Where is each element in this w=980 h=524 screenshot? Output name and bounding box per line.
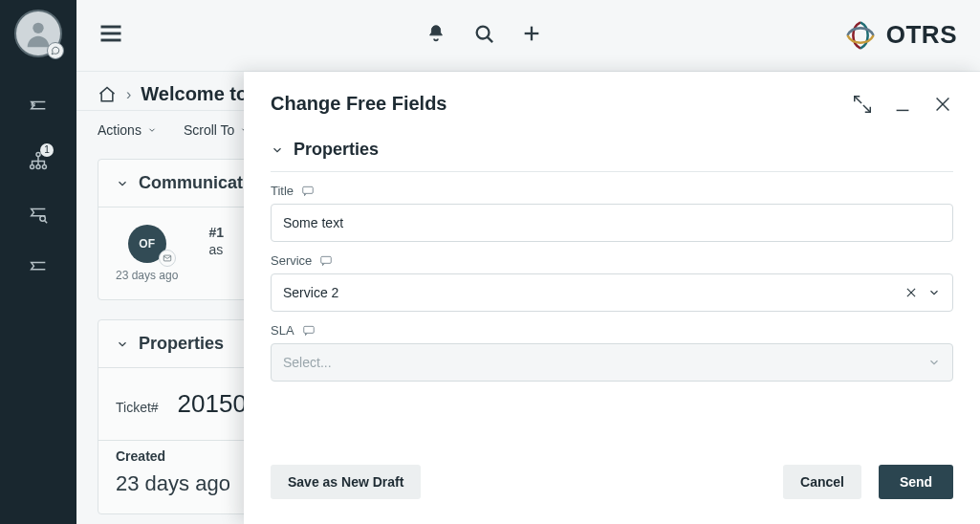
comment-icon[interactable] (302, 324, 316, 338)
sla-select-placeholder: Select... (283, 355, 332, 370)
minimize-icon[interactable] (892, 94, 913, 115)
hamburger-menu-icon[interactable] (98, 20, 124, 51)
sidebar-org-badge: 1 (40, 143, 54, 157)
communication-author-avatar[interactable]: OF (128, 225, 166, 263)
svg-point-4 (42, 164, 46, 168)
clear-icon[interactable] (904, 286, 918, 299)
modal-title: Change Free Fields (271, 93, 447, 115)
chevron-down-icon (147, 125, 157, 135)
scroll-to-dropdown[interactable]: Scroll To (184, 122, 250, 138)
svg-line-10 (489, 37, 493, 42)
ticket-number-label: Ticket# (116, 400, 159, 415)
svg-point-0 (33, 23, 43, 33)
service-select[interactable]: Service 2 (271, 273, 953, 312)
svg-rect-13 (163, 255, 171, 261)
properties-panel-title: Properties (139, 334, 224, 354)
mail-icon (159, 250, 176, 267)
modal-section-title: Properties (294, 140, 379, 160)
svg-rect-21 (303, 326, 314, 333)
topbar: OTRS (76, 0, 980, 72)
service-select-value: Service 2 (283, 285, 338, 300)
left-sidebar: 1 (0, 0, 76, 524)
communication-item-number: #1 (208, 225, 224, 240)
communication-item-line2: as (208, 242, 224, 257)
svg-point-5 (40, 216, 46, 222)
chevron-down-icon (116, 338, 129, 351)
brand-logo: OTRS (844, 19, 957, 52)
save-draft-button[interactable]: Save as New Draft (271, 465, 421, 499)
service-field-label: Service (271, 253, 312, 268)
chevron-down-icon[interactable] (927, 356, 941, 369)
sidebar-org-icon[interactable]: 1 (19, 142, 57, 180)
notifications-icon[interactable] (425, 23, 446, 48)
brand-name: OTRS (886, 20, 957, 50)
actions-label: Actions (98, 122, 142, 138)
svg-rect-17 (303, 186, 314, 193)
expand-icon[interactable] (852, 94, 873, 115)
user-avatar[interactable] (14, 10, 62, 57)
svg-rect-18 (321, 256, 332, 263)
communication-panel-title: Communicatio (139, 173, 258, 193)
search-icon[interactable] (473, 23, 494, 48)
sla-select[interactable]: Select... (271, 343, 953, 382)
title-input-field[interactable] (283, 215, 941, 230)
chevron-down-icon (116, 177, 129, 190)
close-icon[interactable] (932, 94, 953, 115)
chevron-down-icon (271, 143, 284, 157)
svg-point-1 (36, 153, 40, 157)
comment-icon[interactable] (319, 254, 333, 268)
scroll-to-label: Scroll To (184, 122, 234, 138)
svg-point-9 (477, 26, 490, 38)
avatar-initials: OF (139, 237, 155, 251)
title-input[interactable] (271, 204, 953, 242)
svg-point-3 (36, 164, 40, 168)
sidebar-tag-icon[interactable] (19, 249, 57, 287)
brand-mark-icon (844, 19, 877, 52)
change-free-fields-modal: Change Free Fields Properties Title Serv… (244, 72, 980, 524)
avatar-chat-badge-icon (47, 42, 64, 59)
sla-field-label: SLA (271, 323, 294, 338)
communication-age: 23 days ago (116, 269, 178, 282)
cancel-button[interactable]: Cancel (783, 465, 861, 499)
sidebar-favorite-icon[interactable] (19, 88, 57, 126)
actions-dropdown[interactable]: Actions (98, 122, 157, 138)
breadcrumb-separator-icon: › (126, 86, 131, 103)
add-icon[interactable] (521, 23, 542, 48)
sidebar-tag-search-icon[interactable] (19, 195, 57, 233)
home-icon[interactable] (98, 85, 117, 104)
ticket-number-value: 20150 (178, 389, 247, 419)
send-button[interactable]: Send (879, 465, 953, 499)
chevron-down-icon[interactable] (927, 286, 941, 299)
svg-point-2 (31, 164, 34, 168)
comment-icon[interactable] (301, 185, 315, 198)
title-field-label: Title (271, 184, 294, 198)
modal-section-header[interactable]: Properties (244, 126, 980, 165)
